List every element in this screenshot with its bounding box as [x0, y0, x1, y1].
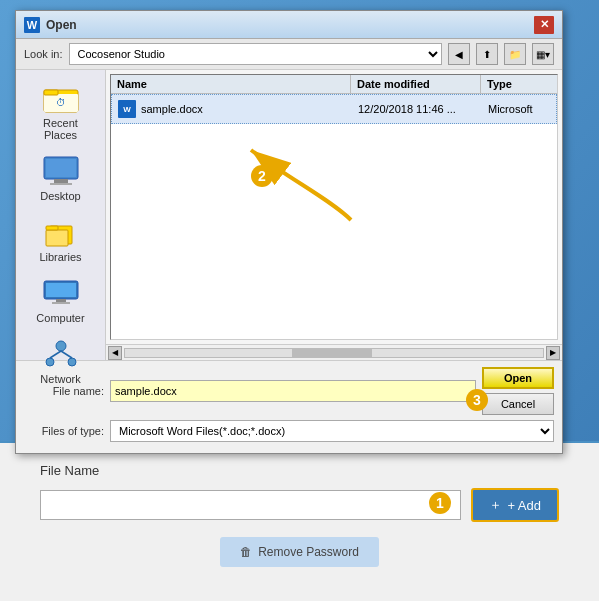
dialog-title-area: W Open — [24, 17, 77, 33]
sidebar-item-computer[interactable]: Computer — [21, 270, 101, 329]
look-in-dropdown[interactable]: Cocosenor Studio — [69, 43, 442, 65]
file-name-cell: sample.docx — [141, 103, 203, 115]
svg-rect-7 — [50, 183, 72, 185]
sidebar-item-network-label: Network — [40, 373, 80, 385]
svg-line-18 — [50, 351, 61, 358]
svg-rect-6 — [54, 179, 68, 183]
svg-rect-12 — [46, 283, 76, 297]
sidebar-item-libraries-label: Libraries — [39, 251, 81, 263]
dialog-body: ⏱ Recent Places Desktop — [16, 70, 562, 360]
file-name-form-label: File name: — [24, 385, 104, 397]
remove-password-button[interactable]: 🗑 Remove Password — [220, 537, 379, 567]
desktop-icon — [41, 153, 81, 188]
table-row[interactable]: W sample.docx 12/20/2018 11:46 ... Micro… — [111, 94, 557, 124]
plus-icon: ＋ — [489, 496, 502, 514]
libraries-icon — [41, 214, 81, 249]
files-of-type-dropdown[interactable]: Microsoft Word Files(*.doc;*.docx) — [110, 420, 554, 442]
svg-text:⏱: ⏱ — [56, 97, 66, 108]
add-button-label: + Add — [507, 498, 541, 513]
sidebar-item-computer-label: Computer — [36, 312, 84, 324]
app-icon: W — [24, 17, 40, 33]
file-list-header: Name Date modified Type — [111, 75, 557, 94]
sidebar-item-desktop[interactable]: Desktop — [21, 148, 101, 207]
trash-icon: 🗑 — [240, 545, 252, 559]
cancel-button[interactable]: Cancel — [482, 393, 554, 415]
view-menu-button[interactable]: ▦▾ — [532, 43, 554, 65]
add-button[interactable]: ＋ + Add — [471, 488, 559, 522]
open-dialog: W Open ✕ Look in: Cocosenor Studio ◀ ⬆ 📁… — [15, 10, 563, 454]
scroll-right-arrow[interactable]: ▶ — [546, 346, 560, 360]
svg-point-15 — [56, 341, 66, 351]
scrollbar-thumb[interactable] — [292, 349, 372, 357]
back-button[interactable]: ◀ — [448, 43, 470, 65]
col-date-header: Date modified — [351, 75, 481, 93]
new-folder-button[interactable]: 📁 — [504, 43, 526, 65]
file-name-field[interactable] — [110, 380, 476, 402]
svg-rect-14 — [52, 302, 70, 304]
svg-rect-13 — [56, 299, 66, 302]
col-type-header: Type — [481, 75, 557, 93]
file-type-icon: W — [118, 100, 136, 118]
step1-badge: 1 — [429, 492, 451, 514]
svg-point-16 — [46, 358, 54, 366]
dialog-toolbar: Look in: Cocosenor Studio ◀ ⬆ 📁 ▦▾ — [16, 39, 562, 70]
files-of-type-label: Files of type: — [24, 425, 104, 437]
up-button[interactable]: ⬆ — [476, 43, 498, 65]
sidebar: ⏱ Recent Places Desktop — [16, 70, 106, 360]
sidebar-item-recent-places[interactable]: ⏱ Recent Places — [21, 75, 101, 146]
bottom-panel: File Name ＋ + Add 1 🗑 Remove Password — [0, 441, 599, 601]
network-icon — [41, 336, 81, 371]
sidebar-item-recent-label: Recent Places — [29, 117, 93, 141]
sidebar-item-network[interactable]: Network — [21, 331, 101, 390]
file-type-cell: Microsoft — [482, 101, 556, 117]
dialog-titlebar: W Open ✕ — [16, 11, 562, 39]
file-date-cell: 12/20/2018 11:46 ... — [352, 101, 482, 117]
svg-rect-5 — [46, 159, 76, 177]
sidebar-item-libraries[interactable]: Libraries — [21, 209, 101, 268]
app-icon-letter: W — [27, 19, 37, 31]
svg-rect-2 — [44, 90, 58, 95]
files-of-type-row: Files of type: Microsoft Word Files(*.do… — [24, 420, 554, 442]
step2-badge: 2 — [251, 165, 273, 187]
dialog-close-button[interactable]: ✕ — [534, 16, 554, 34]
horizontal-scrollbar[interactable]: ◀ ▶ — [106, 344, 562, 360]
col-name-header: Name — [111, 75, 351, 93]
file-row-name: W sample.docx — [112, 98, 352, 120]
step3-badge: 3 — [466, 389, 488, 411]
remove-password-label: Remove Password — [258, 545, 359, 559]
svg-line-19 — [61, 351, 72, 358]
svg-point-17 — [68, 358, 76, 366]
file-name-input[interactable] — [40, 490, 461, 520]
recent-places-icon: ⏱ — [41, 80, 81, 115]
file-name-section-label: File Name — [40, 463, 559, 478]
scroll-left-arrow[interactable]: ◀ — [108, 346, 122, 360]
open-button[interactable]: Open — [482, 367, 554, 389]
computer-icon — [41, 275, 81, 310]
sidebar-item-desktop-label: Desktop — [40, 190, 80, 202]
look-in-label: Look in: — [24, 48, 63, 60]
file-list: Name Date modified Type W sample.docx 12… — [110, 74, 558, 340]
dialog-title-text: Open — [46, 18, 77, 32]
dialog-buttons: Open Cancel — [482, 367, 554, 415]
svg-rect-10 — [46, 226, 58, 230]
scrollbar-track[interactable] — [124, 348, 544, 358]
svg-rect-9 — [46, 230, 68, 246]
